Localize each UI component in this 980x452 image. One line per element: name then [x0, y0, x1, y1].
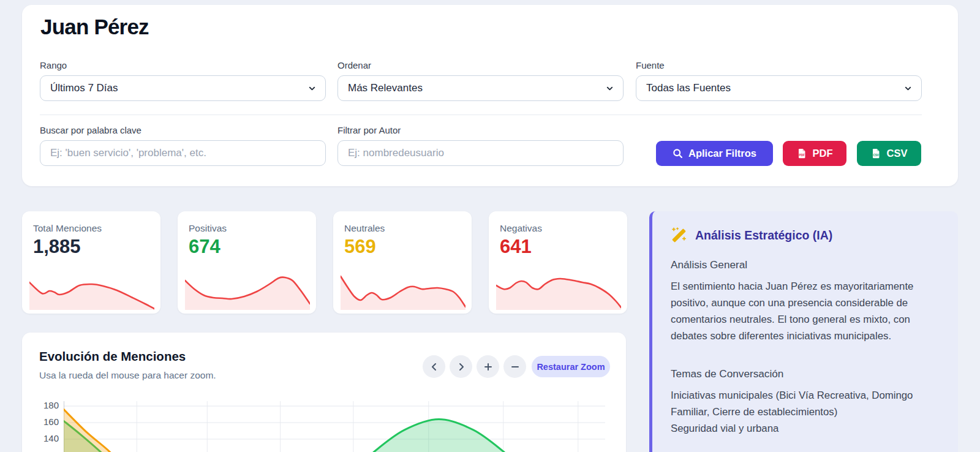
- fuente-select[interactable]: Todas las Fuentes: [636, 75, 922, 101]
- stat-label: Total Menciones: [33, 223, 102, 234]
- chevron-right-icon: [456, 362, 466, 372]
- apply-filters-button[interactable]: Aplicar Filtros: [656, 141, 773, 166]
- ai-section-body: El sentimiento hacia Juan Pérez es mayor…: [671, 278, 925, 344]
- file-csv-icon: CSV: [871, 148, 881, 159]
- keyword-label: Buscar por palabra clave: [40, 125, 326, 135]
- stat-label: Neutrales: [344, 223, 385, 234]
- stat-card-total: Total Menciones 1,885: [22, 211, 160, 314]
- chart-subtitle: Usa la rueda del mouse para hacer zoom.: [39, 370, 216, 381]
- fuente-label: Fuente: [636, 60, 922, 70]
- stat-card-positivas: Positivas 674: [178, 211, 316, 314]
- chart-title: Evolución de Menciones: [39, 349, 186, 364]
- sparkline-chart: [29, 273, 154, 310]
- stat-label: Positivas: [189, 223, 227, 234]
- page-title: Juan Pérez: [40, 15, 149, 39]
- chevron-left-icon: [429, 362, 439, 372]
- sparkline-chart: [341, 273, 466, 310]
- sparkline-chart: [496, 273, 621, 310]
- pan-left-button[interactable]: [423, 355, 445, 378]
- keyword-input[interactable]: [40, 140, 326, 166]
- file-pdf-icon: PDF: [797, 148, 807, 159]
- author-label: Filtrar por Autor: [337, 125, 624, 135]
- search-icon: [673, 148, 683, 159]
- export-pdf-button[interactable]: PDF PDF: [783, 141, 846, 166]
- ai-panel-title: Análisis Estratégico (IA): [695, 228, 832, 243]
- svg-text:CSV: CSV: [873, 154, 879, 157]
- evolution-chart-panel: Evolución de Menciones Usa la rueda del …: [22, 333, 626, 452]
- stat-value: 569: [344, 236, 376, 258]
- fuente-field: Fuente Todas las Fuentes: [636, 60, 922, 101]
- minus-icon: [510, 362, 520, 372]
- y-axis-tick: 140: [31, 433, 59, 443]
- dashboard-page: Juan Pérez Rango Últimos 7 Días Ordenar …: [0, 0, 980, 452]
- stat-card-neutrales: Neutrales 569: [333, 211, 472, 314]
- ai-section-body-line: Iniciativas municipales (Bici Vía Recrea…: [671, 387, 925, 420]
- rango-select[interactable]: Últimos 7 Días: [40, 75, 326, 101]
- rango-select-value: Últimos 7 Días: [50, 82, 118, 94]
- ordenar-field: Ordenar Más Relevantes: [337, 60, 624, 101]
- rango-label: Rango: [40, 60, 326, 70]
- chevron-down-icon: [903, 84, 913, 93]
- ai-section-body-line: Seguridad vial y urbana: [671, 420, 925, 437]
- svg-text:PDF: PDF: [799, 154, 804, 157]
- ai-analysis-panel: Análisis Estratégico (IA) Análisis Gener…: [649, 211, 958, 452]
- magic-wand-sparkles-icon: [671, 227, 687, 244]
- filter-divider: [40, 115, 922, 115]
- zoom-out-button[interactable]: [503, 355, 526, 378]
- stat-card-negativas: Negativas 641: [489, 211, 627, 314]
- y-axis-tick: 160: [31, 416, 59, 427]
- rango-field: Rango Últimos 7 Días: [40, 60, 326, 101]
- pan-right-button[interactable]: [450, 355, 472, 378]
- fuente-select-value: Todas las Fuentes: [646, 82, 731, 94]
- chevron-down-icon: [605, 84, 614, 93]
- ordenar-label: Ordenar: [337, 60, 624, 70]
- stat-value: 1,885: [33, 236, 81, 258]
- chevron-down-icon: [307, 84, 317, 93]
- apply-filters-label: Aplicar Filtros: [688, 148, 756, 159]
- ordenar-select[interactable]: Más Relevantes: [337, 75, 624, 101]
- stat-value: 674: [189, 236, 221, 258]
- export-pdf-label: PDF: [813, 148, 833, 159]
- ai-section-heading: Temas de Conversación: [671, 367, 925, 380]
- author-field: Filtrar por Autor: [337, 125, 624, 166]
- keyword-field: Buscar por palabra clave: [40, 125, 326, 166]
- sparkline-chart: [185, 273, 310, 310]
- mentions-evolution-chart[interactable]: [64, 394, 605, 452]
- zoom-in-button[interactable]: [477, 355, 499, 378]
- export-csv-button[interactable]: CSV CSV: [857, 141, 921, 166]
- filter-panel: Juan Pérez Rango Últimos 7 Días Ordenar …: [22, 5, 958, 186]
- ai-panel-header: Análisis Estratégico (IA): [671, 227, 925, 244]
- ordenar-select-value: Más Relevantes: [348, 82, 423, 94]
- ai-section-heading: Análisis General: [671, 258, 925, 271]
- plus-icon: [483, 362, 493, 372]
- stat-label: Negativas: [500, 223, 542, 234]
- restore-zoom-button[interactable]: Restaurar Zoom: [532, 356, 610, 377]
- y-axis-tick: 180: [31, 400, 59, 410]
- stat-value: 641: [500, 236, 532, 258]
- export-csv-label: CSV: [887, 148, 908, 159]
- author-input[interactable]: [337, 140, 624, 166]
